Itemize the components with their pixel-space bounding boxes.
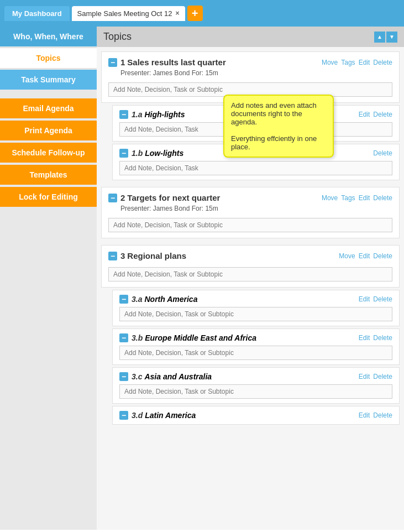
subtopic-3a-title-row: − 3.a North America Edit Delete — [119, 295, 392, 304]
subtopic-3c-title-row: − 3.c Asia and Australia Edit Delete — [119, 372, 392, 381]
subtopic-3a-collapse[interactable]: − — [119, 295, 128, 304]
subtopic-3c-collapse[interactable]: − — [119, 372, 128, 381]
subtopic-3c: − 3.c Asia and Australia Edit Delete — [112, 367, 400, 404]
tab-dashboard[interactable]: My Dashboard — [4, 6, 70, 21]
subtopic-1b-name: Low-lights — [145, 149, 183, 158]
topic-1-delete[interactable]: Delete — [373, 59, 392, 66]
tooltip-line1: Add notes and even attach documents righ… — [231, 101, 317, 126]
subtopic-3c-delete[interactable]: Delete — [373, 373, 392, 380]
subtopic-3a-edit[interactable]: Edit — [359, 295, 370, 303]
tooltip-line2: Everything effciently in one place. — [231, 134, 317, 151]
subtopic-3b: − 3.b Europe Middle East and Africa Edit… — [112, 328, 400, 365]
topic-3-edit[interactable]: Edit — [359, 252, 370, 260]
subtopic-1b-collapse[interactable]: − — [119, 149, 128, 158]
sidebar: Who, When, Where Topics Task Summary Ema… — [0, 27, 97, 530]
topic-2-delete[interactable]: Delete — [373, 194, 392, 202]
subtopic-3d-delete[interactable]: Delete — [373, 411, 392, 419]
topics-title: Topics — [103, 31, 132, 43]
topics-up-arrow[interactable]: ▲ — [374, 32, 385, 43]
subtopic-3a-num: 3.a — [132, 295, 142, 304]
subtopic-3a-name: North America — [144, 295, 197, 304]
subtopic-3b-edit[interactable]: Edit — [359, 334, 370, 342]
tab-close-button[interactable]: × — [176, 9, 180, 17]
tab-active[interactable]: Sample Sales Meeting Oct 12 × — [72, 6, 185, 21]
subtopic-3a-delete[interactable]: Delete — [373, 295, 392, 303]
subtopic-3d-collapse[interactable]: − — [119, 411, 128, 420]
tooltip-bubble: Add notes and even attach documents righ… — [223, 95, 334, 158]
subtopic-3c-num: 3.c — [132, 372, 142, 381]
topic-3: − 3 Regional plans Move Edit Delete — [101, 245, 400, 288]
sidebar-schedule-followup[interactable]: Schedule Follow-up — [0, 143, 97, 163]
subtopic-3d-actions: Edit Delete — [359, 411, 392, 419]
subtopic-3c-add-note[interactable] — [119, 384, 392, 399]
topic-3-title-row: − 3 Regional plans Move Edit Delete — [108, 251, 392, 260]
subtopic-1b-actions: Delete — [373, 149, 392, 157]
topic-3-actions: Move Edit Delete — [339, 252, 392, 260]
subtopic-1a-num: 1.a — [132, 110, 142, 119]
subtopic-3b-add-note[interactable] — [119, 346, 392, 360]
main-content: Topics ▲ ▼ − 1 Sales results last quarte… — [97, 27, 404, 530]
topic-2: − 2 Targets for next quarter Move Tags E… — [101, 187, 400, 238]
subtopic-3d-name: Latin America — [145, 411, 196, 420]
subtopic-3c-actions: Edit Delete — [359, 373, 392, 380]
topic-3-name: Regional plans — [127, 251, 186, 260]
topic-2-actions: Move Tags Edit Delete — [322, 194, 392, 202]
subtopic-1a-name: High-lights — [144, 110, 185, 119]
topic-2-tags[interactable]: Tags — [341, 194, 355, 202]
topics-down-arrow[interactable]: ▼ — [386, 32, 397, 43]
topic-2-num: 2 — [120, 193, 125, 202]
tab-add-button[interactable]: + — [187, 6, 203, 21]
topic-2-meta: Presenter: James Bond For: 15m — [120, 205, 392, 212]
subtopic-3a-actions: Edit Delete — [359, 295, 392, 303]
topic-2-edit[interactable]: Edit — [359, 194, 370, 202]
sidebar-task-summary[interactable]: Task Summary — [0, 70, 97, 90]
subtopic-1b-add-note[interactable] — [119, 161, 392, 175]
subtopic-3b-name: Europe Middle East and Africa — [145, 333, 256, 342]
subtopic-3b-collapse[interactable]: − — [119, 333, 128, 342]
subtopic-3a-add-note[interactable] — [119, 307, 392, 321]
topic-3-add-note[interactable] — [108, 267, 392, 281]
subtopic-1a-collapse[interactable]: − — [119, 110, 128, 119]
subtopic-1a-delete[interactable]: Delete — [373, 111, 392, 118]
topic-1-edit[interactable]: Edit — [359, 59, 370, 66]
topic-3-move[interactable]: Move — [339, 252, 355, 260]
subtopic-1b-num: 1.b — [132, 149, 143, 158]
layout: Who, When, Where Topics Task Summary Ema… — [0, 27, 404, 530]
topic-1-collapse[interactable]: − — [108, 58, 117, 67]
topic-1-move[interactable]: Move — [322, 59, 338, 66]
topic-1-meta: Presenter: James Bond For: 15m — [120, 69, 392, 77]
subtopic-3b-title-row: − 3.b Europe Middle East and Africa Edit… — [119, 333, 392, 342]
subtopic-3d-num: 3.d — [132, 411, 143, 420]
topic-3-delete[interactable]: Delete — [373, 252, 392, 260]
topics-arrows: ▲ ▼ — [374, 32, 397, 43]
subtopic-3c-edit[interactable]: Edit — [359, 373, 370, 380]
active-tab-label: Sample Sales Meeting Oct 12 — [77, 9, 172, 18]
topic-2-add-note[interactable] — [108, 218, 392, 232]
subtopic-1a: − 1.a High-lights Edit Delete Add notes … — [112, 105, 400, 142]
topic-1-tags[interactable]: Tags — [341, 59, 355, 66]
subtopic-3d-edit[interactable]: Edit — [359, 411, 370, 419]
sidebar-who-when-where[interactable]: Who, When, Where — [0, 27, 97, 46]
subtopic-1a-edit[interactable]: Edit — [359, 111, 370, 118]
topic-1-actions: Move Tags Edit Delete — [322, 59, 392, 66]
subtopic-3c-name: Asia and Australia — [144, 372, 212, 381]
subtopic-1b-delete[interactable]: Delete — [373, 149, 392, 157]
sidebar-lock-editing[interactable]: Lock for Editing — [0, 187, 97, 207]
topic-3-num: 3 — [120, 251, 125, 260]
topic-1-title-row: − 1 Sales results last quarter Move Tags… — [108, 58, 392, 67]
sidebar-email-agenda[interactable]: Email Agenda — [0, 98, 97, 118]
sidebar-templates[interactable]: Templates — [0, 165, 97, 185]
topic-3-collapse[interactable]: − — [108, 252, 117, 260]
topic-2-collapse[interactable]: − — [108, 194, 117, 202]
subtopic-3b-delete[interactable]: Delete — [373, 334, 392, 342]
topic-2-name: Targets for next quarter — [127, 193, 220, 202]
sidebar-print-agenda[interactable]: Print Agenda — [0, 121, 97, 140]
topic-1-num: 1 — [120, 58, 125, 67]
subtopic-1a-actions: Edit Delete — [359, 111, 392, 118]
topic-2-move[interactable]: Move — [322, 194, 338, 202]
sidebar-topics[interactable]: Topics — [0, 48, 97, 69]
topic-2-title-row: − 2 Targets for next quarter Move Tags E… — [108, 193, 392, 202]
topic-1-name: Sales results last quarter — [127, 58, 225, 67]
subtopic-3d-title-row: − 3.d Latin America Edit Delete — [119, 411, 392, 420]
subtopic-3b-num: 3.b — [132, 333, 143, 342]
